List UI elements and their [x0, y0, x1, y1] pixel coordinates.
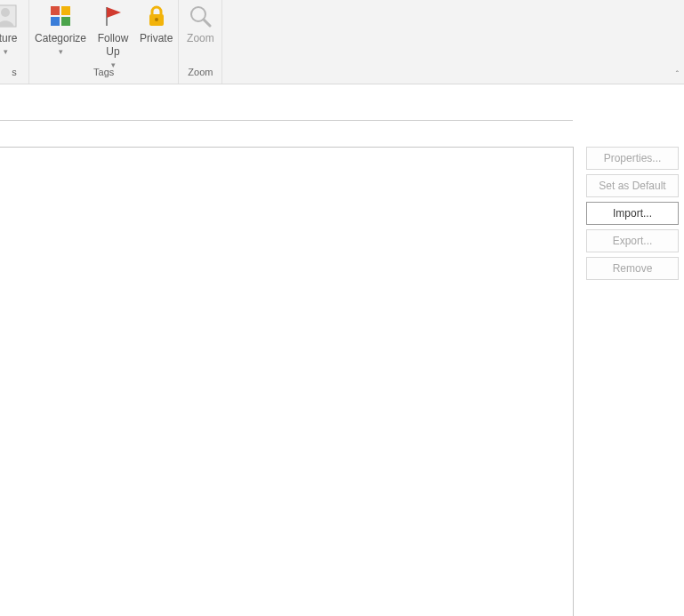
ribbon-group-label: s: [0, 66, 28, 82]
properties-button: Properties...: [586, 147, 679, 170]
chevron-down-icon: ▾: [4, 47, 8, 56]
remove-button: Remove: [586, 257, 679, 280]
ribbon-group-tags: Categorize ▾ Follow Up ▾: [29, 0, 179, 84]
lock-icon: [144, 4, 169, 28]
svg-point-8: [155, 18, 158, 21]
ribbon-group-label: Tags: [29, 66, 178, 82]
categorize-button[interactable]: Categorize ▾: [29, 0, 92, 56]
private-label: Private: [140, 32, 173, 45]
svg-line-10: [204, 20, 210, 26]
collapse-ribbon-icon[interactable]: ˆ: [676, 70, 679, 80]
categorize-label: Categorize: [35, 32, 86, 45]
ribbon-group-zoom: Zoom Zoom: [179, 0, 222, 84]
follow-up-button[interactable]: Follow Up ▾: [92, 0, 134, 69]
picture-icon: [0, 4, 18, 28]
picture-label: cture: [0, 32, 17, 45]
follow-up-label: Follow Up: [98, 32, 129, 59]
main-panel: [0, 147, 574, 616]
ribbon-group-label: Zoom: [179, 66, 221, 82]
ribbon-group-partial: cture ▾ s: [0, 0, 29, 84]
set-as-default-button: Set as Default: [586, 174, 679, 197]
zoom-label: Zoom: [187, 32, 214, 45]
flag-icon: [101, 4, 125, 28]
svg-rect-4: [51, 17, 60, 26]
zoom-icon: [188, 4, 213, 28]
private-button[interactable]: Private: [134, 0, 178, 45]
svg-rect-5: [61, 17, 70, 26]
ribbon-toolbar: cture ▾ s Categorize ▾: [0, 0, 684, 84]
svg-point-1: [1, 8, 10, 17]
side-button-column: Properties... Set as Default Import... E…: [586, 147, 679, 280]
categorize-icon: [48, 4, 73, 28]
export-button: Export...: [586, 229, 679, 252]
content-area: Properties... Set as Default Import... E…: [0, 84, 684, 616]
zoom-button: Zoom: [179, 0, 221, 45]
svg-rect-3: [61, 6, 70, 15]
divider-line: [0, 120, 573, 121]
chevron-down-icon: ▾: [59, 47, 63, 56]
picture-button[interactable]: cture ▾: [0, 0, 27, 56]
import-button[interactable]: Import...: [586, 202, 679, 225]
svg-rect-2: [51, 6, 60, 15]
